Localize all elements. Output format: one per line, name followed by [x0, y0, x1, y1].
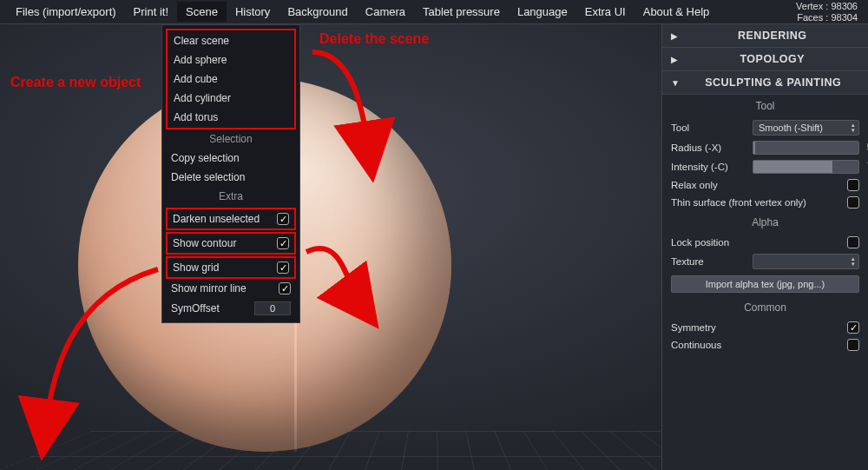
- intensity-row: Intensity (-C) 75: [662, 157, 868, 176]
- section-rendering[interactable]: ▶ RENDERING: [662, 24, 868, 48]
- radius-label: Radius (-X): [671, 142, 747, 153]
- menu-print[interactable]: Print it!: [125, 2, 177, 22]
- scene-symoffset-row: SymOffset 0: [166, 298, 296, 319]
- grid-label: Show grid: [173, 261, 219, 274]
- mesh-stats: Vertex : 98306 Faces : 98304: [796, 1, 861, 23]
- symoffset-label: SymOffset: [171, 302, 220, 314]
- symmetry-label: Symmetry: [671, 322, 842, 333]
- scene-create-group: Clear scene Add sphere Add cube Add cyli…: [166, 29, 296, 129]
- intensity-value: 75: [862, 161, 868, 171]
- texture-label: Texture: [671, 256, 747, 267]
- mirror-checkbox[interactable]: [279, 282, 291, 295]
- menu-files[interactable]: Files (import/export): [7, 2, 125, 22]
- scene-add-cube[interactable]: Add cube: [168, 70, 293, 89]
- lock-checkbox[interactable]: [847, 236, 859, 248]
- menu-background[interactable]: Background: [279, 2, 356, 22]
- menu-about[interactable]: About & Help: [635, 2, 719, 22]
- texture-select[interactable]: [753, 254, 859, 269]
- symmetry-row: Symmetry: [662, 319, 868, 336]
- radius-row: Radius (-X) 50: [662, 138, 868, 157]
- section-sculpting[interactable]: ▼ SCULPTING & PAINTING: [662, 71, 868, 95]
- symoffset-input[interactable]: 0: [254, 301, 291, 315]
- continuous-row: Continuous: [662, 336, 868, 354]
- menu-extra-ui[interactable]: Extra UI: [576, 2, 635, 22]
- darken-label: Darken unselected: [173, 213, 260, 225]
- dropdown-extra-header: Extra: [166, 187, 296, 206]
- section-topology[interactable]: ▶ TOPOLOGY: [662, 48, 868, 71]
- lock-label: Lock position: [671, 237, 842, 248]
- alpha-subheader: Alpha: [662, 211, 868, 234]
- tool-label: Tool: [671, 122, 747, 133]
- vertex-count: Vertex : 98306: [796, 1, 858, 12]
- lock-row: Lock position: [662, 234, 868, 251]
- chevron-down-icon: ▼: [671, 78, 680, 88]
- tool-row: Tool Smooth (-Shift): [662, 117, 868, 138]
- mirror-label: Show mirror line: [171, 282, 247, 295]
- chevron-right-icon: ▶: [671, 55, 679, 64]
- intensity-label: Intensity (-C): [671, 162, 747, 172]
- scene-show-mirror[interactable]: Show mirror line: [166, 279, 296, 298]
- thin-label: Thin surface (front vertex only): [671, 197, 842, 208]
- face-count: Faces : 98304: [796, 12, 858, 23]
- menu-language[interactable]: Language: [509, 2, 576, 22]
- scene-clear[interactable]: Clear scene: [168, 31, 293, 50]
- scene-add-cylinder[interactable]: Add cylinder: [168, 89, 293, 108]
- intensity-slider[interactable]: 75: [753, 160, 859, 174]
- scene-add-torus[interactable]: Add torus: [168, 108, 293, 127]
- relax-checkbox[interactable]: [847, 179, 859, 191]
- tool-subheader: Tool: [662, 95, 868, 117]
- relax-label: Relax only: [671, 180, 842, 190]
- common-subheader: Common: [662, 296, 868, 319]
- menu-scene[interactable]: Scene: [177, 2, 227, 22]
- scene-copy-selection[interactable]: Copy selection: [166, 149, 296, 168]
- darken-checkbox[interactable]: [277, 213, 289, 225]
- scene-dropdown: Clear scene Add sphere Add cube Add cyli…: [161, 24, 300, 323]
- scene-darken-unselected[interactable]: Darken unselected: [166, 208, 296, 230]
- symmetry-checkbox[interactable]: [847, 321, 859, 334]
- sculpting-title: SCULPTING & PAINTING: [687, 76, 859, 89]
- continuous-checkbox[interactable]: [847, 339, 859, 351]
- dropdown-selection-header: Selection: [166, 129, 296, 149]
- menu-camera[interactable]: Camera: [357, 2, 414, 22]
- menubar: Files (import/export) Print it! Scene Hi…: [0, 0, 868, 24]
- menu-history[interactable]: History: [227, 2, 279, 22]
- scene-delete-selection[interactable]: Delete selection: [166, 168, 296, 187]
- scene-show-contour[interactable]: Show contour: [166, 232, 296, 255]
- tool-select[interactable]: Smooth (-Shift): [753, 120, 859, 136]
- chevron-right-icon: ▶: [671, 31, 679, 41]
- continuous-label: Continuous: [671, 340, 842, 350]
- texture-row: Texture: [662, 251, 868, 272]
- topology-title: TOPOLOGY: [686, 53, 860, 65]
- scene-show-grid[interactable]: Show grid: [166, 256, 296, 279]
- contour-checkbox[interactable]: [277, 237, 289, 249]
- contour-label: Show contour: [173, 237, 236, 249]
- radius-slider[interactable]: 50: [753, 141, 859, 155]
- rendering-title: RENDERING: [686, 30, 860, 42]
- scene-add-sphere[interactable]: Add sphere: [168, 50, 293, 70]
- side-panel: ▶ RENDERING ▶ TOPOLOGY ▼ SCULPTING & PAI…: [661, 24, 868, 470]
- thin-row: Thin surface (front vertex only): [662, 194, 868, 211]
- radius-value: 50: [862, 142, 868, 152]
- relax-row: Relax only: [662, 176, 868, 194]
- menu-tablet[interactable]: Tablet pressure: [414, 2, 509, 22]
- import-alpha-button[interactable]: Import alpha tex (jpg, png...): [671, 275, 859, 293]
- thin-checkbox[interactable]: [847, 196, 859, 209]
- grid-checkbox[interactable]: [277, 261, 289, 274]
